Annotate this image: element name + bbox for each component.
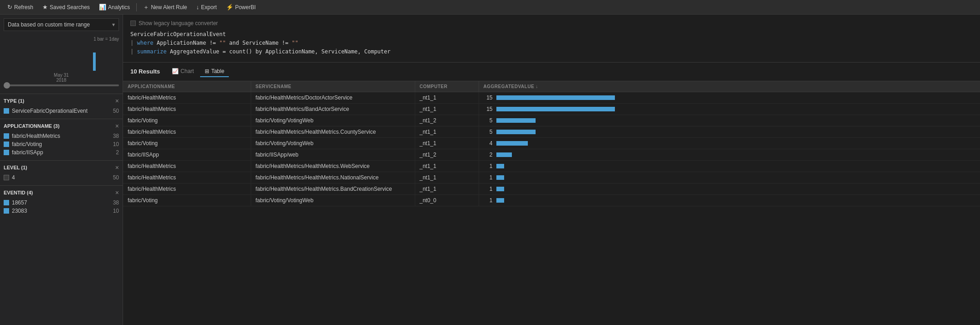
cell-computer: _nt0_0 [415,194,479,206]
hist-bar [58,70,61,71]
analytics-icon: 📊 [99,4,106,10]
aggregated-value: 2 [484,152,493,158]
hist-bar [74,70,77,71]
filter-section-1: APPLICATIONNAME (3)×fabric/HealthMetrics… [0,119,123,160]
cell-computer: _nt1_1 [415,126,479,137]
aggregated-value: 5 [484,129,493,135]
hist-bar [64,70,67,71]
filter-item[interactable]: fabric/HealthMetrics38 [4,132,119,140]
refresh-button[interactable]: ↻ Refresh [4,2,37,12]
refresh-icon: ↻ [7,4,12,10]
table-row[interactable]: fabric/HealthMetrics fabric/HealthMetric… [123,92,980,103]
table-row[interactable]: fabric/Voting fabric/Voting/VotingWeb _n… [123,115,980,126]
table-row[interactable]: fabric/HealthMetrics fabric/HealthMetric… [123,160,980,172]
cell-computer: _nt1_1 [415,137,479,149]
aggregated-value: 1 [484,186,493,192]
filter-item-name: 23083 [12,208,27,214]
aggregated-value: 1 [484,163,493,169]
hist-bar [90,70,93,71]
col-header-aggregatedvalue: AGGREGATEDVALUE ↓ [479,81,980,92]
time-range-selector[interactable]: Data based on custom time range ▾ [4,18,119,31]
cell-servicename: fabric/Voting/VotingWeb [251,115,415,126]
table-row[interactable]: fabric/HealthMetrics fabric/HealthMetric… [123,103,980,115]
filter-item-name: 18657 [12,199,27,206]
powerbi-button[interactable]: ⚡ PowerBI [222,2,259,12]
hist-bar [77,70,80,71]
cell-aggregatedvalue: 1 [479,183,980,194]
cell-servicename: fabric/HealthMetrics/HealthMetrics.WebSe… [251,160,415,172]
hist-bar [13,70,16,71]
filter-item[interactable]: 450 [4,173,119,182]
time-range-label: Data based on custom time range [8,21,90,28]
show-legacy-checkbox[interactable] [130,21,136,26]
filter-checkbox[interactable] [4,142,9,147]
filter-item[interactable]: fabric/Voting10 [4,140,119,148]
filter-item[interactable]: ServiceFabricOperationalEvent50 [4,107,119,115]
bar-visual [496,95,615,100]
hist-bar [48,70,51,71]
filters-container: TYPE (1)×ServiceFabricOperationalEvent50… [0,94,123,219]
filter-item-name: fabric/HealthMetrics [12,133,60,139]
tab-chart[interactable]: 📈 Chart [167,66,198,77]
table-row[interactable]: fabric/HealthMetrics fabric/HealthMetric… [123,126,980,137]
tab-table[interactable]: ⊞ Table [200,66,229,77]
chart-tab-label: Chart [181,68,194,74]
hist-bar [26,70,29,71]
aggregated-value: 5 [484,117,493,124]
filter-checkbox[interactable] [4,200,9,205]
refresh-label: Refresh [14,4,33,10]
filter-checkbox[interactable] [4,108,9,114]
filter-close-2[interactable]: × [115,164,119,171]
hist-bar [16,70,19,71]
filter-close-1[interactable]: × [115,123,119,129]
table-row[interactable]: fabric/HealthMetrics fabric/HealthMetric… [123,172,980,183]
filter-item[interactable]: 2308310 [4,207,119,215]
hist-bar [80,70,83,71]
filter-close-3[interactable]: × [115,189,119,196]
aggregated-value: 1 [484,197,493,204]
histogram-date: May 312018 [4,73,119,83]
filter-close-0[interactable]: × [115,98,119,104]
filter-checkbox[interactable] [4,150,9,155]
filter-checkbox[interactable] [4,175,9,180]
range-slider[interactable] [4,84,119,86]
bar-visual [496,152,512,157]
sidebar: Data based on custom time range ▾ 1 bar … [0,15,123,325]
filter-item-count: 10 [113,141,119,147]
filter-checkbox[interactable] [4,208,9,214]
hist-bar [71,70,73,71]
table-tab-label: Table [211,68,224,74]
results-table-wrapper: APPLICATIONNAME SERVICENAME COMPUTER AGG… [123,81,980,325]
cell-aggregatedvalue: 1 [479,172,980,183]
new-alert-button[interactable]: ＋ New Alert Rule [139,1,191,13]
saved-searches-button[interactable]: ★ Saved Searches [39,2,93,12]
aggregated-value: 1 [484,174,493,181]
filter-item[interactable]: fabric/IISApp2 [4,148,119,157]
star-icon: ★ [42,4,48,10]
main-layout: Data based on custom time range ▾ 1 bar … [0,15,980,325]
filter-item[interactable]: 1865738 [4,199,119,207]
analytics-button[interactable]: 📊 Analytics [95,2,134,12]
range-slider-thumb[interactable] [4,82,10,89]
export-button[interactable]: ↓ Export [193,2,221,12]
hist-bar [93,52,96,71]
table-row[interactable]: fabric/IISApp fabric/IISApp/web _nt1_2 2 [123,149,980,160]
table-row[interactable]: fabric/Voting fabric/Voting/VotingWeb _n… [123,137,980,149]
table-row[interactable]: fabric/Voting fabric/Voting/VotingWeb _n… [123,194,980,206]
filter-item-count: 2 [116,149,119,156]
cell-servicename: fabric/IISApp/web [251,149,415,160]
filter-section-2: LEVEL (1)×450 [0,160,123,185]
cell-computer: _nt1_2 [415,115,479,126]
filter-checkbox[interactable] [4,133,9,139]
cell-computer: _nt1_2 [415,149,479,160]
hist-bar [45,70,48,71]
filter-header-3: EVENTID (4)× [4,189,119,196]
filter-header-1: APPLICATIONNAME (3)× [4,123,119,129]
hist-bar [96,70,99,71]
cell-servicename: fabric/HealthMetrics/HealthMetrics.Natio… [251,172,415,183]
table-row[interactable]: fabric/HealthMetrics fabric/HealthMetric… [123,183,980,194]
results-count: 10 Results [130,68,160,75]
filter-item-count: 10 [113,208,119,214]
query-text[interactable]: ServiceFabricOperationalEvent | where Ap… [130,30,973,57]
cell-computer: _nt1_1 [415,160,479,172]
